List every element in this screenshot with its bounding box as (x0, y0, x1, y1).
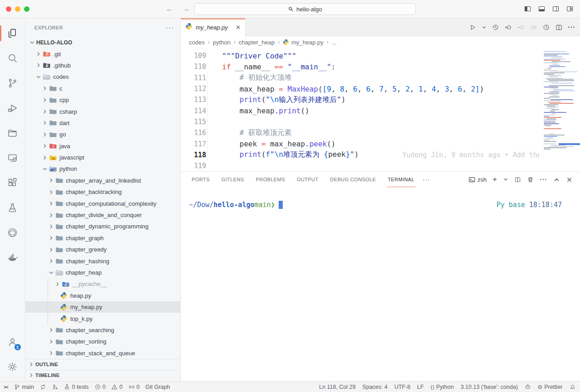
tree-item-chapter_heap[interactable]: chapter_heap (25, 267, 180, 278)
new-terminal-icon[interactable]: + (493, 175, 497, 184)
tree-item-csharp[interactable]: csharp (25, 106, 180, 117)
code-line-114[interactable]: 114 max_heap.print() (181, 105, 580, 116)
layout-sidebar-right-icon[interactable] (552, 5, 560, 13)
split-terminal-icon[interactable] (514, 176, 521, 183)
status-cursor-position[interactable]: Ln 118, Col 29 (319, 384, 355, 390)
status-notifications[interactable] (570, 384, 576, 390)
status-tests[interactable]: 0 tests (64, 384, 88, 390)
tree-item-dart[interactable]: dart (25, 117, 180, 129)
code-line-115[interactable]: 115 (181, 116, 580, 127)
code-line-109[interactable]: 109"""Driver Code""" (181, 50, 580, 61)
code-line-113[interactable]: 113 print("\n输入列表并建堆后") (181, 94, 580, 105)
tree-item-go[interactable]: go (25, 129, 180, 140)
tree-item-chapter_graph[interactable]: chapter_graph (25, 232, 180, 244)
status-sync[interactable] (40, 384, 46, 390)
section-outline[interactable]: OUTLINE (25, 359, 180, 370)
tree-item-c[interactable]: c (25, 83, 180, 94)
panel-tab-terminal[interactable]: TERMINAL (388, 172, 415, 187)
customize-layout-icon[interactable] (566, 5, 574, 13)
section-timeline[interactable]: TIMELINE (25, 370, 180, 381)
maximize-panel-icon[interactable] (553, 176, 560, 183)
open-changes-icon[interactable] (504, 24, 512, 31)
code-line-110[interactable]: 110if __name__ == "__main__": (181, 61, 580, 72)
layout-sidebar-left-icon[interactable] (524, 5, 532, 13)
tree-item-chapter_greedy[interactable]: chapter_greedy (25, 244, 180, 255)
tree-item-python[interactable]: python (25, 163, 180, 174)
status-errors[interactable]: 0 (95, 384, 106, 390)
activity-source-control-icon[interactable] (0, 71, 25, 96)
tree-item-top_k.py[interactable]: top_k.py (25, 313, 180, 324)
tree-item-javascript[interactable]: JSjavascript (25, 152, 180, 163)
breadcrumb-python[interactable]: python (213, 39, 231, 46)
status-eol[interactable]: LF (417, 384, 424, 390)
terminal-shell-icon[interactable]: zsh (469, 176, 487, 183)
tree-item-.github[interactable]: .github (25, 60, 180, 71)
tree-item-cpp[interactable]: cpp (25, 94, 180, 106)
code-line-119[interactable]: 119 (181, 160, 580, 171)
panel-tab-problems[interactable]: PROBLEMS (256, 172, 285, 187)
activity-extensions-icon[interactable] (0, 170, 25, 195)
activity-testing-icon[interactable] (0, 195, 25, 220)
status-ports[interactable]: 0 (129, 384, 140, 390)
panel-tab-debug-console[interactable]: DEBUG CONSOLE (330, 172, 376, 187)
panel-tabs-more[interactable]: ··· (423, 176, 430, 183)
tab-my-heap[interactable]: my_heap.py ✕ (181, 18, 246, 36)
status-gitlens[interactable] (52, 384, 58, 390)
tree-item-chapter_stack_and_queue[interactable]: chapter_stack_and_queue (25, 348, 180, 359)
tree-item-chapter_dynamic_programming[interactable]: chapter_dynamic_programming (25, 221, 180, 232)
tree-item-HELLO-ALGO[interactable]: HELLO-ALGO (25, 37, 180, 48)
tree-item-chapter_hashing[interactable]: chapter_hashing (25, 255, 180, 266)
status-encoding[interactable]: UTF-8 (394, 384, 410, 390)
code-editor[interactable]: 109"""Driver Code"""110if __name__ == "_… (181, 48, 580, 171)
tree-item-.git[interactable]: .git (25, 48, 180, 59)
breadcrumb-my_heap.py[interactable]: my_heap.py (283, 39, 324, 46)
status-git-graph[interactable]: Git Graph (145, 384, 170, 390)
status-prettier[interactable]: ⊘Prettier (537, 383, 562, 390)
close-icon[interactable]: ✕ (236, 24, 241, 31)
search-input[interactable]: 🔍︎ hello-algo (194, 3, 416, 15)
run-python-file-icon[interactable] (469, 24, 477, 31)
run-dropdown-icon[interactable] (482, 25, 487, 30)
tree-item-chapter_searching[interactable]: chapter_searching (25, 324, 180, 336)
tree-item-chapter_backtracking[interactable]: chapter_backtracking (25, 186, 180, 198)
activity-search-icon[interactable] (0, 46, 25, 71)
breadcrumb-codes[interactable]: codes (189, 39, 205, 46)
split-editor-icon[interactable] (555, 24, 563, 31)
layout-panel-icon[interactable] (538, 5, 546, 13)
back-icon[interactable]: ← (165, 4, 174, 14)
activity-settings-icon[interactable] (0, 354, 25, 379)
minimap[interactable] (539, 48, 580, 171)
panel-tab-ports[interactable]: PORTS (192, 172, 210, 187)
close-panel-icon[interactable] (566, 176, 573, 183)
tree-item-java[interactable]: java (25, 140, 180, 152)
code-line-112[interactable]: 112 max_heap = MaxHeap([9, 8, 6, 6, 7, 5… (181, 83, 580, 94)
tree-item-chapter_array_and_linkedlist[interactable]: chapter_array_and_linkedlist (25, 175, 180, 186)
code-line-118[interactable]: 118 print(f"\n堆顶元素为 {peek}")Yudong Jin, … (181, 150, 580, 160)
activity-explorer-icon[interactable] (0, 21, 25, 46)
panel-tab-gitlens[interactable]: GITLENS (222, 172, 244, 187)
activity-github-icon[interactable] (0, 220, 25, 245)
panel-tab-output[interactable]: OUTPUT (297, 172, 319, 187)
tree-item-heap.py[interactable]: heap.py (25, 290, 180, 301)
tree-item-my_heap.py[interactable]: my_heap.py (25, 301, 180, 313)
forward-icon[interactable]: → (182, 4, 190, 14)
activity-docker-icon[interactable] (0, 245, 25, 270)
breadcrumb-chapter_heap[interactable]: chapter_heap (239, 39, 275, 46)
explorer-more-actions[interactable]: ··· (166, 24, 174, 31)
activity-accounts-icon[interactable]: 1 (0, 329, 25, 354)
tree-item-chapter_sorting[interactable]: chapter_sorting (25, 336, 180, 347)
status-language-mode[interactable]: { }Python (430, 384, 454, 390)
activity-folders-icon[interactable] (0, 121, 25, 145)
status-python-interpreter[interactable]: 3.10.13 ('base': conda) (460, 384, 517, 390)
code-line-117[interactable]: 117 peek = max_heap.peek() (181, 138, 580, 149)
terminal-dropdown-icon[interactable] (503, 177, 508, 182)
terminal[interactable]: ~/Dow/hello-algo main ❯ Py base 18:18:47 (181, 187, 580, 381)
activity-remote-explorer-icon[interactable] (0, 145, 25, 170)
tree-item-chapter_divide_and_conquer[interactable]: chapter_divide_and_conquer (25, 209, 180, 221)
code-line-116[interactable]: 116 # 获取堆顶元素 (181, 127, 580, 138)
code-line-111[interactable]: 111 # 初始化大顶堆 (181, 73, 580, 83)
panel-more-icon[interactable]: ··· (540, 175, 547, 184)
kill-terminal-icon[interactable] (527, 176, 534, 183)
status-copilot[interactable] (525, 384, 531, 390)
activity-run-debug-icon[interactable] (0, 96, 25, 121)
